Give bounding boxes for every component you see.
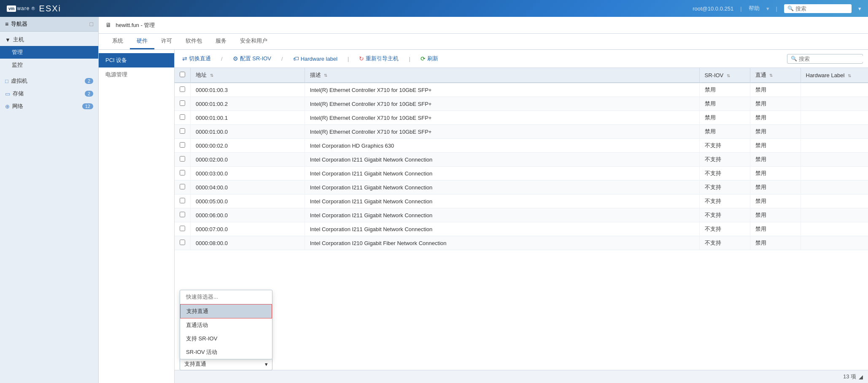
row-checkbox-cell[interactable] bbox=[175, 181, 191, 194]
table-row: 0000:07:00.0 Intel Corporation I211 Giga… bbox=[175, 222, 868, 236]
th-passthrough[interactable]: 直通 ⇅ bbox=[750, 68, 801, 83]
row-checkbox-cell[interactable] bbox=[175, 111, 191, 125]
row-checkbox[interactable] bbox=[180, 198, 185, 203]
row-checkbox-cell[interactable] bbox=[175, 194, 191, 208]
sidebar-host-label: 主机 bbox=[13, 36, 24, 43]
row-checkbox-cell[interactable] bbox=[175, 222, 191, 236]
sep1: / bbox=[221, 56, 223, 62]
restart-icon: ↻ bbox=[359, 55, 364, 62]
main-layout: ≡ 导航器 □ ▼ 主机 管理 监控 □ 虚拟机 2 bbox=[0, 17, 868, 383]
tab-license[interactable]: 许可 bbox=[154, 34, 179, 49]
row-checkbox-cell[interactable] bbox=[175, 97, 191, 111]
row-checkbox[interactable] bbox=[180, 184, 185, 189]
cell-passthrough: 禁用 bbox=[750, 222, 801, 236]
row-checkbox[interactable] bbox=[180, 226, 185, 231]
th-description[interactable]: 描述 ⇅ bbox=[305, 68, 699, 83]
btn-hardware-label[interactable]: 🏷 Hardware label bbox=[291, 54, 340, 64]
left-panel-pci[interactable]: PCI 设备 bbox=[99, 53, 174, 67]
sort-sriov-icon: ⇅ bbox=[727, 73, 730, 78]
sep4: | bbox=[409, 56, 410, 62]
dropdown-option-passthrough-support[interactable]: 支持直通 bbox=[180, 304, 272, 318]
table-row: 0000:05:00.0 Intel Corporation I211 Giga… bbox=[175, 194, 868, 208]
row-checkbox[interactable] bbox=[180, 142, 185, 148]
sidebar-item-monitor[interactable]: 监控 bbox=[0, 59, 98, 71]
tab-security[interactable]: 安全和用户 bbox=[233, 34, 274, 49]
th-sr-iov[interactable]: SR-IOV ⇅ bbox=[699, 68, 750, 83]
tab-packages[interactable]: 软件包 bbox=[179, 34, 209, 49]
table-row: 0000:03:00.0 Intel Corporation I211 Giga… bbox=[175, 167, 868, 181]
resize-handle-icon[interactable]: ◢ bbox=[859, 374, 863, 380]
row-checkbox-cell[interactable] bbox=[175, 125, 191, 139]
dropdown-arrow-icon: ▾ bbox=[265, 361, 268, 367]
table-header-row: 地址 ⇅ 描述 ⇅ SR-IOV ⇅ bbox=[175, 68, 868, 83]
row-checkbox-cell[interactable] bbox=[175, 83, 191, 97]
row-checkbox[interactable] bbox=[180, 114, 185, 120]
row-checkbox[interactable] bbox=[180, 240, 185, 245]
cell-description: Intel Corporation I211 Gigabit Network C… bbox=[305, 194, 699, 208]
btn-refresh[interactable]: ⟳ 刷新 bbox=[418, 53, 441, 64]
dropdown-option-passthrough-active[interactable]: 直通活动 bbox=[180, 318, 272, 332]
row-checkbox[interactable] bbox=[180, 100, 185, 106]
select-all-checkbox[interactable] bbox=[180, 72, 185, 77]
cell-address: 0000:01:00.1 bbox=[191, 111, 305, 125]
topbar-dropdown-arrow[interactable]: ▾ bbox=[858, 5, 861, 12]
toolbar-search-box[interactable]: 🔍 bbox=[787, 54, 863, 64]
cell-passthrough: 禁用 bbox=[750, 194, 801, 208]
left-panel-power[interactable]: 电源管理 bbox=[99, 67, 174, 82]
th-hardware-label[interactable]: Hardware Label ⇅ bbox=[801, 68, 868, 83]
row-checkbox-cell[interactable] bbox=[175, 153, 191, 167]
cell-passthrough: 禁用 bbox=[750, 181, 801, 194]
cell-hardware-label bbox=[801, 125, 868, 139]
dropdown-option-sriov-active[interactable]: SR-IOV 活动 bbox=[180, 345, 272, 359]
cell-passthrough: 禁用 bbox=[750, 153, 801, 167]
sort-address-icon: ⇅ bbox=[210, 73, 213, 78]
cell-passthrough: 禁用 bbox=[750, 111, 801, 125]
toolbar-search-input[interactable] bbox=[799, 56, 868, 62]
cell-hardware-label bbox=[801, 139, 868, 153]
topbar-search[interactable]: 🔍 bbox=[784, 4, 852, 13]
sidebar-item-vm[interactable]: □ 虚拟机 2 bbox=[0, 75, 98, 87]
th-address[interactable]: 地址 ⇅ bbox=[191, 68, 305, 83]
btn-switch-passthrough[interactable]: ⇄ 切换直通 bbox=[180, 53, 213, 64]
sidebar-item-manage[interactable]: 管理 bbox=[0, 46, 98, 59]
table-footer: 13 项 ◢ bbox=[175, 370, 868, 383]
row-checkbox[interactable] bbox=[180, 86, 185, 92]
th-checkbox[interactable] bbox=[175, 68, 191, 83]
tab-services[interactable]: 服务 bbox=[209, 34, 233, 49]
tab-hardware[interactable]: 硬件 bbox=[130, 34, 154, 49]
content-area: 🖥 hewitt.fun - 管理 系统 硬件 许可 软件包 服务 安全和用户 … bbox=[99, 17, 868, 383]
content-body: PCI 设备 电源管理 ⇄ 切换直通 / ⚙ 配置 SR-IOV / bbox=[99, 50, 868, 383]
row-checkbox[interactable] bbox=[180, 128, 185, 134]
logo: vm ware ® ESXi bbox=[7, 4, 61, 13]
dropdown-option-sriov-support[interactable]: 支持 SR-IOV bbox=[180, 332, 272, 345]
sep3: | bbox=[348, 56, 349, 62]
row-checkbox[interactable] bbox=[180, 170, 185, 175]
sidebar-host-group[interactable]: ▼ 主机 bbox=[0, 33, 98, 46]
sidebar-item-storage[interactable]: ▭ 存储 2 bbox=[0, 87, 98, 100]
user-info[interactable]: root@10.0.0.251 bbox=[693, 5, 733, 12]
row-checkbox-cell[interactable] bbox=[175, 236, 191, 250]
storage-badge: 2 bbox=[85, 91, 93, 97]
cell-hardware-label bbox=[801, 97, 868, 111]
cell-address: 0000:03:00.0 bbox=[191, 167, 305, 181]
dropdown-quick-filter: 快速筛选器... bbox=[180, 290, 272, 304]
cell-address: 0000:05:00.0 bbox=[191, 194, 305, 208]
row-checkbox[interactable] bbox=[180, 156, 185, 162]
row-checkbox-cell[interactable] bbox=[175, 208, 191, 222]
sidebar-collapse-icon[interactable]: □ bbox=[90, 21, 93, 27]
dropdown-menu: 快速筛选器... 支持直通 直通活动 支持 SR-IOV SR-IOV 活动 bbox=[180, 290, 272, 359]
sidebar-section-groups: □ 虚拟机 2 ▭ 存储 2 ⊕ 网络 12 bbox=[0, 73, 98, 114]
sidebar-item-network[interactable]: ⊕ 网络 12 bbox=[0, 100, 98, 113]
dropdown-trigger[interactable]: 支持直通 ▾ bbox=[180, 358, 272, 370]
help-link[interactable]: 帮助 bbox=[749, 5, 760, 12]
sidebar-monitor-label: 监控 bbox=[12, 61, 23, 69]
tab-system[interactable]: 系统 bbox=[105, 34, 130, 49]
expand-icon: ▼ bbox=[5, 37, 11, 43]
topbar-search-input[interactable] bbox=[795, 5, 846, 12]
row-checkbox[interactable] bbox=[180, 212, 185, 217]
btn-restart-host[interactable]: ↻ 重新引导主机 bbox=[356, 53, 401, 64]
row-checkbox-cell[interactable] bbox=[175, 167, 191, 181]
row-checkbox-cell[interactable] bbox=[175, 139, 191, 153]
btn-config-sriov[interactable]: ⚙ 配置 SR-IOV bbox=[230, 53, 274, 64]
sidebar-header: ≡ 导航器 □ bbox=[0, 17, 98, 32]
